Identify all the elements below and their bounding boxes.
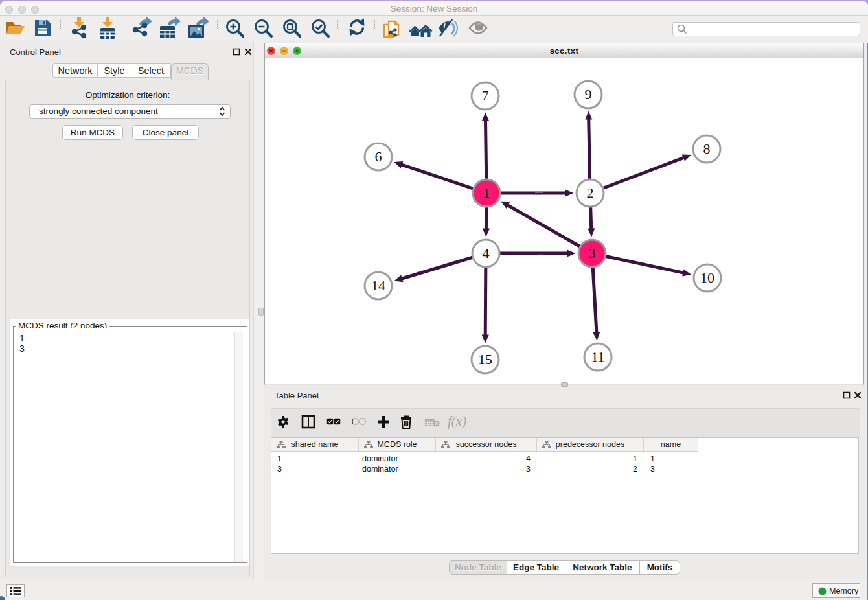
svg-text:2: 2 — [587, 185, 594, 201]
svg-text:15: 15 — [478, 351, 492, 367]
svg-text:4: 4 — [483, 245, 490, 261]
svg-text:7: 7 — [482, 87, 489, 104]
svg-text:10: 10 — [700, 270, 714, 286]
svg-text:3: 3 — [589, 245, 596, 261]
svg-text:8: 8 — [703, 141, 711, 157]
svg-text:11: 11 — [591, 349, 604, 365]
svg-text:9: 9 — [585, 86, 592, 102]
svg-text:1: 1 — [483, 185, 490, 201]
svg-text:14: 14 — [371, 277, 385, 294]
svg-text:6: 6 — [375, 148, 382, 165]
